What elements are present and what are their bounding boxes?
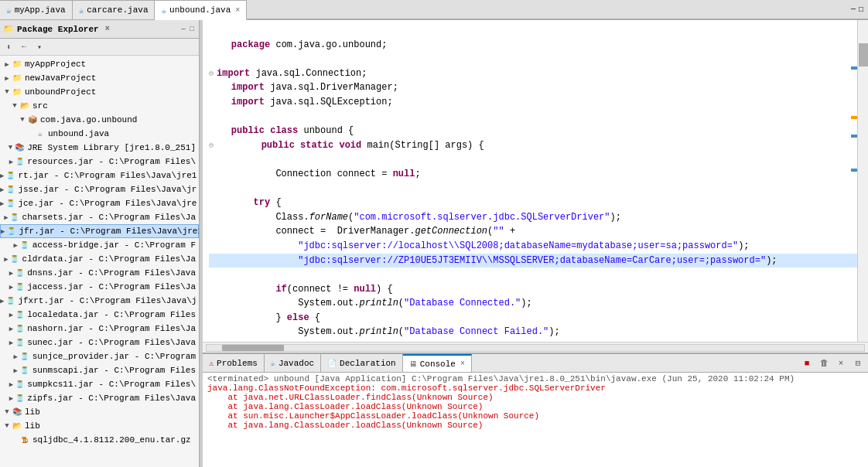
hscrollbar-thumb[interactable] — [222, 345, 284, 351]
console-menu-btn[interactable]: ⊟ — [851, 356, 865, 370]
tab-javadoc-label: Javadoc — [279, 359, 314, 368]
console-trace-3: at sun.misc.Launcher$AppClassLoader.load… — [207, 411, 863, 421]
package-icon: 📦 — [26, 114, 39, 126]
tree-item-jce-jar[interactable]: ▶ 🫙 jce.jar - C:\Program Files\Java\jre — [0, 196, 199, 210]
maximize-panel-btn[interactable]: □ — [189, 26, 196, 33]
editor-content-area[interactable]: package com.java.go.unbound; ⊖import jav… — [203, 20, 868, 342]
expand-arrow-sunjce[interactable]: ▶ — [13, 353, 19, 361]
package-explorer-icon: 📁 — [3, 24, 14, 34]
tree-item-localedata-jar[interactable]: ▶ 🫙 localedata.jar - C:\Program Files — [0, 308, 199, 322]
tree-item-jsse-jar[interactable]: ▶ 🫙 jsse.jar - C:\Program Files\Java\jr — [0, 182, 199, 196]
tree-item-cldrdata-jar[interactable]: ▶ 🫙 cldrdata.jar - C:\Program Files\Ja — [0, 252, 199, 266]
tree-item-charsets-jar[interactable]: ▶ 🫙 charsets.jar - C:\Program Files\Ja — [0, 210, 199, 224]
close-panel-icon[interactable]: × — [105, 25, 110, 33]
tree-label-dnsns-jar: dnsns.jar - C:\Program Files\Java — [27, 268, 196, 278]
maximize-editor-btn[interactable]: □ — [859, 5, 863, 14]
tree-item-jre[interactable]: ▼ 📚 JRE System Library [jre1.8.0_251] — [0, 141, 199, 155]
code-line-17: if(connect != null) { — [209, 284, 393, 295]
tree-label-sumpkcs-jar: sumpkcs11.jar - C:\Program Files\ — [27, 380, 196, 389]
editor-window-controls: ─ □ — [846, 0, 868, 19]
tree-item-lib[interactable]: ▼ 📂 lib — [0, 419, 199, 433]
package-explorer-tree[interactable]: ▶ 📁 myAppProject ▶ 📁 newJavaProject ▼ 📁 — [0, 56, 199, 467]
expand-arrow-sunmscapi[interactable]: ▶ — [13, 366, 19, 375]
expand-arrow-access[interactable]: ▶ — [13, 241, 19, 250]
close-icon-unbound[interactable]: × — [235, 6, 240, 15]
close-icon-console[interactable]: × — [460, 360, 465, 368]
tree-item-dnsns-jar[interactable]: ▶ 🫙 dnsns.jar - C:\Program Files\Java — [0, 266, 199, 280]
lib-folder-icon: 📂 — [11, 420, 23, 432]
tree-item-sunec-jar[interactable]: ▶ 🫙 sunec.jar - C:\Program Files\Java — [0, 336, 199, 349]
tree-item-jfxrt-jar[interactable]: ▶ 🫙 jfxrt.jar - C:\Program Files\Java\j — [0, 294, 199, 308]
tree-item-resources-jar[interactable]: ▶ 🫙 resources.jar - C:\Program Files\ — [0, 155, 199, 169]
expand-arrow-newjava[interactable]: ▶ — [3, 74, 11, 83]
jar-icon-rt: 🫙 — [4, 169, 16, 182]
tree-item-unboundproject[interactable]: ▼ 📁 unboundProject — [0, 85, 199, 99]
tree-item-zipfs-jar[interactable]: ▶ 🫙 zipfs.jar - C:\Program Files\Java — [0, 391, 199, 405]
code-line-11 — [209, 183, 214, 194]
tree-item-access-jar[interactable]: ▶ 🫙 access-bridge.jar - C:\Program F — [0, 238, 199, 252]
tab-declaration-label: Declaration — [340, 359, 396, 368]
console-terminate-btn[interactable]: ■ — [800, 356, 814, 370]
expand-arrow-reflibs[interactable]: ▼ — [3, 408, 11, 416]
code-line-12: try { — [209, 197, 282, 208]
tree-label-sqljdbc: sqljdbc_4.1.8112.200_enu.tar.gz — [32, 435, 191, 445]
tree-item-referenced-libs[interactable]: ▼ 📚 lib — [0, 405, 199, 419]
hscrollbar-track[interactable] — [206, 344, 865, 352]
tree-item-rt-jar[interactable]: ▶ 🫙 rt.jar - C:\Program Files\Java\jre1 — [0, 169, 199, 182]
jar-icon-sqljdbc: 🗜 — [19, 434, 31, 446]
tab-myapp-java[interactable]: ☕ myApp.java — [0, 0, 73, 19]
tab-console[interactable]: 🖥 Console × — [403, 354, 472, 372]
tree-item-sunmscapi-jar[interactable]: ▶ 🫙 sunmscapi.jar - C:\Program Files — [0, 363, 199, 377]
expand-arrow-src[interactable]: ▼ — [11, 102, 19, 110]
tab-javadoc[interactable]: ☕ Javadoc — [265, 354, 321, 372]
expand-arrow-package[interactable]: ▼ — [19, 116, 26, 124]
code-line-10: Connection connect = null; — [209, 169, 421, 179]
collapse-all-btn[interactable]: ⬇ — [2, 40, 15, 54]
expand-arrow-unbound[interactable]: ▼ — [3, 88, 11, 96]
tree-item-nashorn-jar[interactable]: ▶ 🫙 nashorn.jar - C:\Program Files\Ja — [0, 322, 199, 336]
console-close-btn[interactable]: × — [834, 356, 848, 370]
jar-icon-jce: 🫙 — [4, 197, 16, 210]
code-line-6 — [209, 111, 214, 122]
tab-declaration[interactable]: 📄 Declaration — [321, 354, 403, 372]
tree-item-jaccess-jar[interactable]: ▶ 🫙 jaccess.jar - C:\Program Files\Ja — [0, 280, 199, 294]
tree-item-newjavaproject[interactable]: ▶ 📁 newJavaProject — [0, 71, 199, 85]
tree-item-sumpkcs-jar[interactable]: ▶ 🫙 sumpkcs11.jar - C:\Program Files\ — [0, 377, 199, 391]
tab-unbound-java[interactable]: ☕ unbound.java × — [155, 0, 247, 20]
tree-item-src[interactable]: ▼ 📂 src — [0, 99, 199, 113]
editor-hscrollbar[interactable] — [203, 342, 868, 353]
tab-carcare-java[interactable]: ☕ carcare.java — [73, 0, 155, 19]
minimize-panel-btn[interactable]: ─ — [179, 26, 186, 33]
minimize-editor-btn[interactable]: ─ — [851, 5, 856, 14]
expand-arrow-jre[interactable]: ▼ — [8, 144, 13, 152]
tree-item-myappproject[interactable]: ▶ 📁 myAppProject — [0, 57, 199, 71]
code-line-5: import java.sql.SQLException; — [209, 97, 393, 107]
code-editor[interactable]: package com.java.go.unbound; ⊖import jav… — [203, 20, 868, 342]
side-mark-info-2 — [851, 135, 857, 138]
view-menu-btn[interactable]: ▾ — [32, 40, 46, 54]
tree-item-sqljdbc[interactable]: ▶ 🗜 sqljdbc_4.1.8112.200_enu.tar.gz — [0, 433, 199, 447]
code-line-8-collapse: ⊖ — [209, 141, 214, 150]
vscrollbar-thumb[interactable] — [859, 43, 868, 66]
tree-item-package[interactable]: ▼ 📦 com.java.go.unbound — [0, 113, 199, 127]
editor-vscrollbar[interactable] — [857, 20, 868, 342]
expand-arrow-myapp[interactable]: ▶ — [3, 60, 11, 69]
tab-problems[interactable]: ⚠ Problems — [203, 354, 265, 372]
tree-item-unbound-java[interactable]: ▶ ☕ unbound.java — [0, 127, 199, 141]
tree-label-jre: JRE System Library [jre1.8.0_251] — [27, 143, 196, 152]
tree-item-jfr-jar[interactable]: ▶ 🫙 jfr.jar - C:\Program Files\Java\jre1… — [0, 224, 199, 238]
link-editor-btn[interactable]: ← — [17, 40, 31, 54]
jar-icon-sunec: 🫙 — [13, 336, 26, 349]
tab-unbound-label: unbound.java — [169, 5, 231, 15]
jar-icon-dnsns: 🫙 — [13, 267, 26, 279]
expand-arrow-lib[interactable]: ▼ — [3, 422, 11, 430]
tree-label-rt-jar: rt.jar - C:\Program Files\Java\jre1 — [18, 171, 196, 180]
console-clear-btn[interactable]: 🗑 — [817, 356, 831, 370]
console-tab-actions: ■ 🗑 × ⊟ — [800, 354, 868, 372]
tree-item-sunjce-jar[interactable]: ▶ 🫙 sunjce_provider.jar - C:\Program — [0, 349, 199, 363]
tree-label-nashorn-jar: nashorn.jar - C:\Program Files\Ja — [27, 324, 196, 333]
jar-icon-charsets: 🫙 — [9, 211, 21, 223]
project-icon-unbound: 📁 — [11, 86, 23, 98]
console-trace-1: at java.net.URLClassLoader.findClass(Unk… — [207, 393, 863, 402]
tree-label-jsse-jar: jsse.jar - C:\Program Files\Java\jr — [18, 185, 196, 194]
